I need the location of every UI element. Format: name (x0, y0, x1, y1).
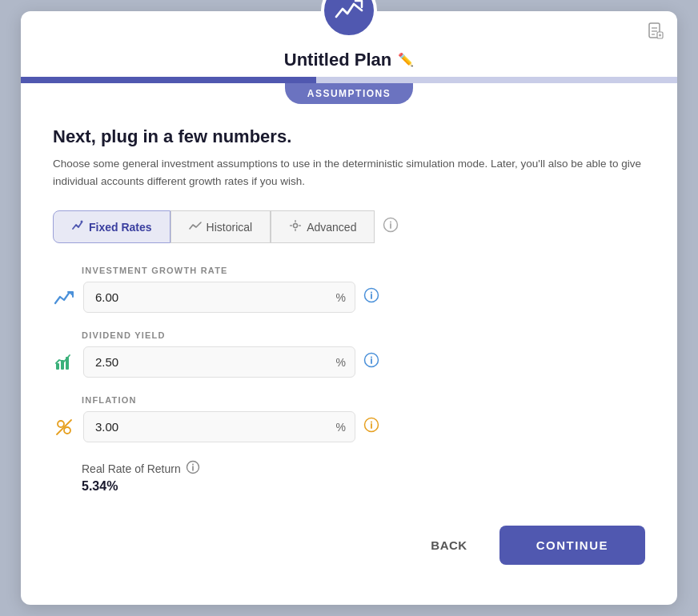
inflation-input-wrap: % (83, 411, 355, 442)
advanced-icon (289, 219, 302, 234)
plan-title: Untitled Plan (284, 50, 391, 70)
section-subtext: Choose some general investment assumptio… (53, 155, 645, 190)
real-rate-value: 5.34% (82, 479, 645, 494)
growth-rate-icon (53, 286, 75, 309)
svg-point-18 (371, 292, 372, 294)
dividend-yield-field: DIVIDEND YIELD % (53, 330, 645, 378)
svg-point-26 (64, 427, 70, 434)
edit-plan-icon[interactable]: ✏️ (398, 52, 414, 67)
footer-row: BACK CONTINUE (21, 510, 677, 573)
dividend-yield-icon (53, 351, 75, 374)
svg-point-8 (294, 224, 298, 228)
tabs-info-icon[interactable] (383, 217, 399, 237)
progress-bar-fill (21, 77, 316, 83)
investment-growth-rate-input[interactable] (83, 282, 355, 313)
back-button[interactable]: BACK (415, 529, 483, 562)
inflation-icon (53, 416, 75, 438)
real-rate-section: Real Rate of Return 5.34% (53, 460, 645, 494)
historical-icon (189, 219, 202, 234)
inflation-field: INFLATION % (53, 395, 645, 442)
inflation-input[interactable] (83, 411, 355, 442)
real-rate-label: Real Rate of Return (82, 462, 181, 475)
investment-growth-rate-label: INVESTMENT GROWTH RATE (53, 266, 645, 275)
svg-point-33 (192, 464, 194, 466)
fixed-rates-icon (71, 219, 84, 234)
tab-advanced-label: Advanced (307, 221, 356, 234)
svg-rect-19 (56, 363, 59, 370)
dividend-yield-input-wrap: % (83, 346, 355, 378)
section-heading: Next, plug in a few numbers. (53, 126, 645, 147)
investment-growth-rate-field: INVESTMENT GROWTH RATE % (53, 266, 645, 313)
assumptions-badge-row: ASSUMPTIONS (21, 83, 677, 104)
dividend-yield-input[interactable] (83, 346, 355, 378)
assumptions-badge: ASSUMPTIONS (285, 83, 414, 104)
tabs-row: Fixed Rates Historical (53, 210, 645, 243)
real-rate-info-icon[interactable] (186, 460, 200, 478)
tab-fixed-rates-label: Fixed Rates (89, 221, 152, 234)
svg-point-24 (371, 357, 372, 358)
inflation-info-icon[interactable] (363, 417, 379, 437)
dividend-yield-unit: % (336, 356, 346, 369)
svg-point-7 (81, 221, 83, 223)
svg-point-30 (371, 422, 372, 423)
investment-growth-rate-info-icon[interactable] (363, 287, 379, 307)
svg-point-25 (58, 421, 64, 427)
document-icon-button[interactable] (647, 22, 664, 44)
inflation-unit: % (336, 421, 346, 434)
tab-historical-label: Historical (207, 221, 253, 234)
tab-historical[interactable]: Historical (170, 210, 271, 243)
investment-growth-rate-unit: % (336, 291, 346, 304)
tab-advanced[interactable]: Advanced (271, 210, 375, 243)
tab-fixed-rates[interactable]: Fixed Rates (53, 210, 170, 243)
investment-growth-rate-input-wrap: % (83, 282, 355, 313)
progress-bar (21, 77, 677, 83)
dividend-yield-info-icon[interactable] (363, 352, 379, 372)
continue-button[interactable]: CONTINUE (499, 526, 645, 565)
dividend-yield-label: DIVIDEND YIELD (53, 330, 645, 340)
svg-point-15 (390, 222, 391, 223)
inflation-label: INFLATION (53, 395, 645, 405)
